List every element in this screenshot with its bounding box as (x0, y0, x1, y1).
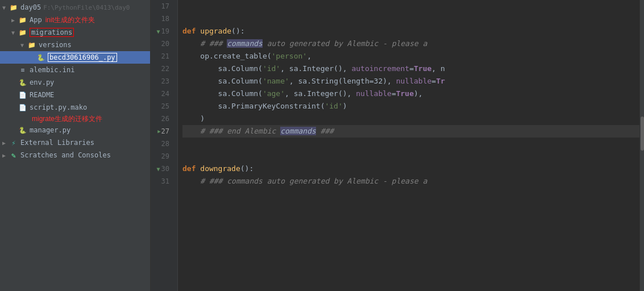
line-num-29: 29 (151, 150, 173, 163)
sidebar-item-label: script.py.mako (30, 103, 87, 111)
sidebar-item-env[interactable]: 🐍 env.py (0, 76, 150, 89)
sidebar-item-label: alembic.ini (30, 66, 74, 74)
line-num-22: 22 (151, 63, 173, 75)
string-person: 'person' (272, 50, 308, 63)
sidebar-item-script[interactable]: 📄 script.py.mako (0, 101, 150, 114)
code-line-28 (182, 138, 639, 150)
func-name: upgrade (200, 25, 231, 38)
line-num-17: 17 (151, 0, 173, 13)
file-icon: 📄 (18, 90, 27, 99)
arrow-icon: ▶ (11, 17, 17, 23)
func-name-30: downgrade (200, 163, 240, 175)
sidebar-item-ext-libs[interactable]: ▶ ⚡ External Libraries (0, 136, 150, 149)
kw-nullable-24: nullable (356, 88, 392, 100)
sidebar-item-label: README (30, 91, 54, 99)
kw-tr-23: Tr (436, 75, 445, 88)
sidebar-item-label: day05 (20, 3, 41, 11)
line-num-25: 25 (151, 100, 173, 113)
lib-icon: ⚡ (9, 138, 18, 147)
code-line-23: sa.Column( 'name' , sa.String(length=32)… (182, 75, 639, 88)
line-num-27: ▶27 (151, 125, 173, 138)
code-line-17 (182, 0, 639, 13)
arrow-icon: ▶ (2, 140, 8, 146)
code-line-19: def upgrade (): (182, 25, 639, 38)
kw-true-22: True (414, 63, 431, 75)
code-line-18 (182, 13, 639, 25)
list-icon: ≡ (18, 65, 27, 74)
sidebar-item-alembic[interactable]: ≡ alembic.ini (0, 64, 150, 76)
folder-icon: 📁 (18, 28, 27, 37)
py-file-icon: 🐍 (18, 126, 27, 135)
sidebar-item-becd[interactable]: 🐍 becd30616906_.py (0, 51, 150, 64)
annotation-migrate-container: migrate生成的迁移文件 (0, 114, 150, 124)
sidebar-item-label: External Libraries (20, 139, 94, 147)
code-line-22: sa.Column( 'id' , sa.Integer(), autoincr… (182, 63, 639, 75)
sidebar-item-migrations[interactable]: ▼ 📁 migrations (0, 26, 150, 39)
code-line-27: # ### end Alembic commands ### (182, 125, 639, 138)
line-num-19: ▼19 (151, 25, 173, 38)
line-num-23: 23 (151, 75, 173, 88)
comment-20: # ### commands auto generated by Alembic… (200, 38, 427, 50)
line-num-30: ▼30 (151, 163, 173, 175)
code-line-30: def downgrade (): (182, 163, 639, 175)
line-num-21: 21 (151, 50, 173, 63)
code-line-25: sa.PrimaryKeyConstraint( 'id' ) (182, 100, 639, 113)
code-line-24: sa.Column( 'age' , sa.Integer(), nullabl… (182, 88, 639, 100)
code-line-21: op.create_table( 'person' , (182, 50, 639, 63)
arrow-icon: ▼ (11, 30, 17, 36)
line-numbers: 17 18 ▼19 20 21 22 23 24 25 26 ▶27 28 29… (151, 0, 178, 291)
fold-arrow-30[interactable]: ▼ (157, 166, 160, 172)
arrow-icon: ▼ (20, 42, 26, 48)
sidebar-item-versions[interactable]: ▼ 📁 versions (0, 39, 150, 51)
kw-true-24: True (396, 88, 414, 100)
string-id: 'id' (263, 63, 280, 75)
line-num-24: 24 (151, 88, 173, 100)
scrollbar[interactable] (639, 0, 644, 291)
comment-31: # ### commands auto generated by Alembic… (200, 175, 427, 188)
line-num-31: 31 (151, 175, 173, 188)
code-line-31: # ### commands auto generated by Alembic… (182, 175, 639, 188)
keyword-def-30: def (182, 163, 196, 175)
keyword-def: def (182, 25, 196, 38)
string-name: 'name' (263, 75, 289, 88)
code-content[interactable]: def upgrade (): # ### commands auto gene… (178, 0, 639, 291)
line-num-28: 28 (151, 138, 173, 150)
mako-file-icon: 📄 (18, 103, 27, 112)
sidebar-item-day05[interactable]: ▼ 📁 day05 F:\PythonFile\0413\day0 (0, 1, 150, 14)
path-label: F:\PythonFile\0413\day0 (43, 4, 130, 11)
sidebar-item-label: migrations (30, 28, 74, 37)
py-file-icon: 🐍 (18, 78, 27, 87)
code-line-26: ) (182, 113, 639, 125)
folder-icon: 📁 (9, 3, 18, 12)
file-tree[interactable]: ▼ 📁 day05 F:\PythonFile\0413\day0 ▶ 📁 Ap… (0, 0, 151, 291)
code-editor: 17 18 ▼19 20 21 22 23 24 25 26 ▶27 28 29… (151, 0, 644, 291)
kw-autoincrement: autoincrement (351, 63, 409, 75)
annotation-init: init生成的文件夹 (45, 15, 95, 25)
code-line-20: # ### commands auto generated by Alembic… (182, 38, 639, 50)
arrow-icon: ▼ (2, 5, 8, 11)
sidebar-item-manager[interactable]: 🐍 manager.py (0, 124, 150, 136)
fold-arrow[interactable]: ▼ (157, 28, 160, 35)
sidebar-item-scratches[interactable]: ▶ ✎ Scratches and Consoles (0, 149, 150, 161)
folder-icon: 📁 (18, 15, 27, 24)
scrollbar-thumb[interactable] (641, 117, 644, 151)
annotation-migrate: migrate生成的迁移文件 (32, 114, 102, 124)
code-line-29 (182, 150, 639, 163)
folder-icon: 📁 (27, 40, 36, 49)
comment-27: # ### end Alembic commands ### (200, 125, 334, 138)
sidebar-item-app[interactable]: ▶ 📁 App init生成的文件夹 (0, 14, 150, 26)
sidebar-item-label: App (30, 16, 42, 24)
sidebar-item-label: becd30616906_.py (48, 53, 117, 62)
kw-nullable-23: nullable (396, 75, 432, 88)
scratch-icon: ✎ (9, 151, 18, 160)
string-id-25: 'id' (325, 100, 342, 113)
sidebar-item-label: manager.py (30, 126, 70, 134)
sidebar-item-readme[interactable]: 📄 README (0, 89, 150, 101)
string-age: 'age' (263, 88, 285, 100)
sidebar-item-label: env.py (30, 78, 54, 86)
arrow-icon: ▶ (2, 152, 8, 159)
sidebar-item-label: versions (39, 41, 72, 49)
line-num-18: 18 (151, 13, 173, 25)
line-num-26: 26 (151, 113, 173, 125)
py-file-icon: 🐍 (36, 53, 45, 62)
